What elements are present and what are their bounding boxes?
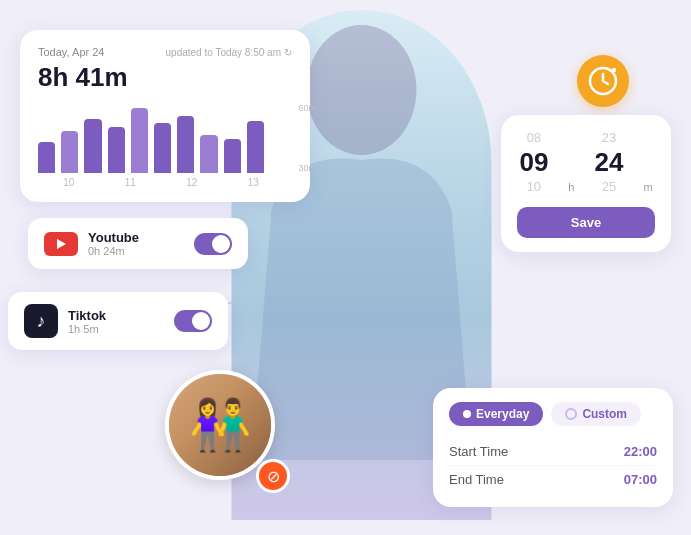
end-time-row: End Time 07:00 [449,466,657,493]
tiktok-card: ♪ Tiktok 1h 5m [8,292,228,350]
hours-column: 08 09 10 [519,129,548,197]
chart-bar [224,139,241,173]
hours-unit: h [568,181,574,193]
schedule-tabs: Everyday Custom [449,402,657,426]
couple-photo-image [169,374,271,476]
tiktok-time: 1h 5m [68,323,164,335]
block-icon: ⊘ [256,459,290,493]
schedule-card: Everyday Custom Start Time 22:00 End Tim… [433,388,673,507]
chart-bar [84,119,101,173]
end-time-value: 07:00 [624,472,657,487]
hours-above: 08 [527,129,541,147]
hours-current: 09 [519,147,548,178]
tiktok-icon: ♪ [24,304,58,338]
chart-bars [38,103,264,173]
chart-bar [200,135,217,173]
tiktok-toggle[interactable] [174,310,212,332]
minutes-above: 23 [602,129,616,147]
start-time-label: Start Time [449,444,508,459]
start-time-row: Start Time 22:00 [449,438,657,466]
minutes-unit: m [643,181,652,193]
youtube-info: Youtube 0h 24m [88,230,184,257]
svg-point-0 [306,25,416,155]
refresh-icon: ↻ [284,47,292,58]
start-time-value: 22:00 [624,444,657,459]
clock-icon [577,55,629,107]
chart-bar [247,121,264,173]
chart-date: Today, Apr 24 [38,46,104,58]
youtube-icon [44,232,78,256]
time-picker-card: 08 09 10 h 23 24 25 m Save [501,115,671,252]
chart-x-labels: 10 11 12 13 [38,177,292,188]
hours-below: 10 [527,178,541,196]
usage-chart-card: Today, Apr 24 updated to Today 8:50 am ↻… [20,30,310,202]
chart-bar [38,142,55,173]
chart-total-time: 8h 41m [38,62,292,93]
chart-bar [154,123,171,173]
chart-updated: updated to Today 8:50 am ↻ [166,47,292,58]
chart-bar [177,116,194,173]
minutes-current: 24 [594,147,623,178]
minutes-below: 25 [602,178,616,196]
end-time-label: End Time [449,472,504,487]
time-picker-row: 08 09 10 h 23 24 25 m [517,129,655,197]
minutes-column: 23 24 25 [594,129,623,197]
couple-photo [165,370,275,480]
tab-everyday[interactable]: Everyday [449,402,543,426]
chart-bar [108,127,125,173]
chart-y-labels: 60m 30m [298,103,316,173]
youtube-toggle[interactable] [194,233,232,255]
tiktok-name: Tiktok [68,308,164,323]
chart-bar [131,108,148,173]
tiktok-info: Tiktok 1h 5m [68,308,164,335]
tab-custom[interactable]: Custom [551,402,641,426]
youtube-card: Youtube 0h 24m [28,218,248,269]
youtube-time: 0h 24m [88,245,184,257]
chart-header: Today, Apr 24 updated to Today 8:50 am ↻ [38,46,292,58]
save-button[interactable]: Save [517,207,655,238]
chart-bar [61,131,78,173]
youtube-name: Youtube [88,230,184,245]
